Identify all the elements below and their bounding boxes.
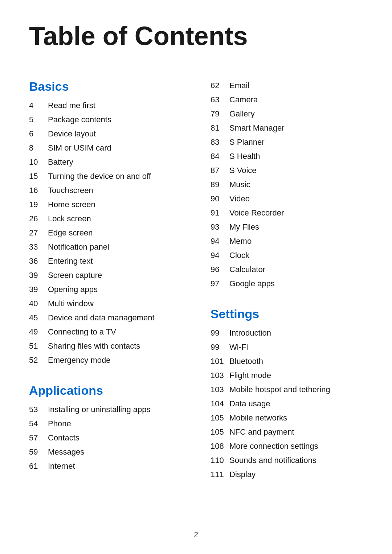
item-label: Clock	[229, 249, 249, 261]
list-item: 59 Messages	[29, 446, 181, 458]
applications-continued-list: 62 Email 63 Camera 79 Gallery 81 Smart M…	[211, 79, 363, 290]
item-label: Introduction	[229, 327, 271, 339]
list-item: 90 Video	[211, 193, 363, 205]
item-number: 5	[29, 114, 48, 126]
list-item: 26 Lock screen	[29, 213, 181, 225]
item-number: 111	[211, 468, 229, 480]
list-item: 83 S Planner	[211, 136, 363, 148]
list-item: 96 Calculator	[211, 263, 363, 275]
list-item: 39 Screen capture	[29, 269, 181, 281]
list-item: 53 Installing or uninstalling apps	[29, 403, 181, 415]
item-label: Bluetooth	[229, 355, 263, 367]
item-number: 52	[29, 354, 48, 366]
item-number: 96	[211, 263, 229, 275]
list-item: 111 Display	[211, 468, 363, 480]
list-item: 33 Notification panel	[29, 241, 181, 253]
list-item: 94 Clock	[211, 249, 363, 261]
basics-list: 4 Read me first 5 Package contents 6 Dev…	[29, 99, 181, 366]
item-label: Music	[229, 178, 250, 190]
item-number: 57	[29, 432, 48, 444]
list-item: 57 Contacts	[29, 432, 181, 444]
item-number: 54	[29, 418, 48, 430]
item-label: Turning the device on and off	[48, 170, 151, 182]
list-item: 5 Package contents	[29, 114, 181, 126]
item-label: Emergency mode	[48, 354, 110, 366]
item-label: Package contents	[48, 114, 111, 126]
item-number: 49	[29, 326, 48, 338]
item-number: 90	[211, 193, 229, 205]
item-number: 53	[29, 403, 48, 415]
list-item: 54 Phone	[29, 418, 181, 430]
item-number: 16	[29, 184, 48, 196]
list-item: 6 Device layout	[29, 128, 181, 140]
item-label: Home screen	[48, 198, 95, 210]
list-item: 91 Voice Recorder	[211, 207, 363, 219]
item-label: NFC and payment	[229, 426, 294, 438]
item-label: S Planner	[229, 136, 265, 148]
list-item: 99 Introduction	[211, 327, 363, 339]
item-label: Google apps	[229, 278, 275, 290]
applications-list: 53 Installing or uninstalling apps 54 Ph…	[29, 403, 181, 472]
item-number: 4	[29, 99, 48, 111]
item-label: Touchscreen	[48, 184, 93, 196]
list-item: 36 Entering text	[29, 255, 181, 267]
item-number: 40	[29, 297, 48, 309]
item-number: 83	[211, 136, 229, 148]
item-label: Messages	[48, 446, 84, 458]
item-label: Phone	[48, 418, 71, 430]
item-number: 79	[211, 108, 229, 120]
item-number: 94	[211, 249, 229, 261]
item-label: Mobile networks	[229, 412, 287, 424]
list-item: 16 Touchscreen	[29, 184, 181, 196]
list-item: 79 Gallery	[211, 108, 363, 120]
item-label: Contacts	[48, 432, 79, 444]
list-item: 51 Sharing files with contacts	[29, 340, 181, 352]
item-label: Battery	[48, 156, 73, 168]
list-item: 103 Mobile hotspot and tethering	[211, 383, 363, 395]
list-item: 52 Emergency mode	[29, 354, 181, 366]
item-number: 89	[211, 178, 229, 190]
item-label: Wi-Fi	[229, 341, 248, 353]
item-label: Device and data management	[48, 312, 155, 324]
item-number: 81	[211, 122, 229, 134]
item-number: 87	[211, 164, 229, 176]
item-number: 61	[29, 460, 48, 472]
page-title: Table of Contents	[29, 22, 363, 50]
item-label: Smart Manager	[229, 122, 285, 134]
item-label: Gallery	[229, 108, 255, 120]
list-item: 105 Mobile networks	[211, 412, 363, 424]
item-label: Sharing files with contacts	[48, 340, 140, 352]
basics-heading: Basics	[29, 79, 181, 94]
item-number: 104	[211, 398, 229, 410]
item-label: Flight mode	[229, 369, 271, 381]
item-number: 63	[211, 94, 229, 106]
item-number: 94	[211, 235, 229, 247]
list-item: 39 Opening apps	[29, 283, 181, 295]
item-number: 93	[211, 221, 229, 233]
list-item: 49 Connecting to a TV	[29, 326, 181, 338]
list-item: 87 S Voice	[211, 164, 363, 176]
list-item: 40 Multi window	[29, 297, 181, 309]
item-number: 26	[29, 213, 48, 225]
item-number: 27	[29, 227, 48, 239]
item-number: 99	[211, 341, 229, 353]
item-number: 19	[29, 198, 48, 210]
item-number: 110	[211, 454, 229, 466]
item-label: Connecting to a TV	[48, 326, 116, 338]
list-item: 110 Sounds and notifications	[211, 454, 363, 466]
item-number: 103	[211, 369, 229, 381]
item-number: 108	[211, 440, 229, 452]
item-label: Data usage	[229, 398, 270, 410]
list-item: 89 Music	[211, 178, 363, 190]
item-number: 39	[29, 283, 48, 295]
item-label: My Files	[229, 221, 259, 233]
settings-section: Settings 99 Introduction 99 Wi-Fi 101 Bl…	[211, 307, 363, 480]
settings-list: 99 Introduction 99 Wi-Fi 101 Bluetooth 1…	[211, 327, 363, 480]
list-item: 103 Flight mode	[211, 369, 363, 381]
item-number: 97	[211, 278, 229, 290]
list-item: 84 S Health	[211, 150, 363, 162]
item-label: S Health	[229, 150, 260, 162]
item-label: Multi window	[48, 297, 94, 309]
item-label: Installing or uninstalling apps	[48, 403, 151, 415]
list-item: 81 Smart Manager	[211, 122, 363, 134]
